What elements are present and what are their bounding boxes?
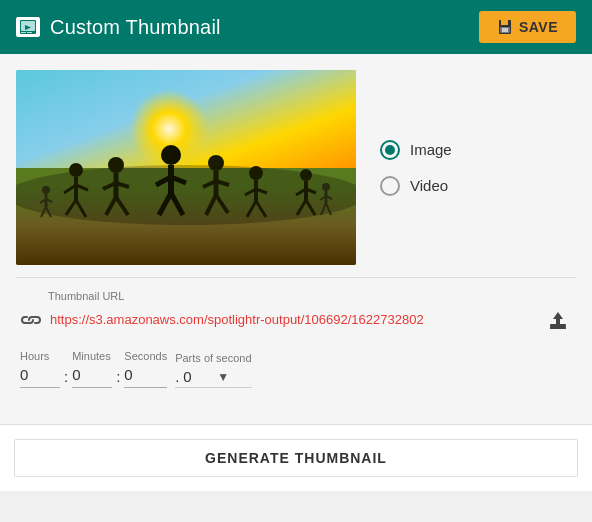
url-label: Thumbnail URL: [48, 290, 572, 302]
seconds-label: Seconds: [124, 350, 167, 362]
svg-point-16: [108, 157, 124, 173]
page-title: Custom Thumbnail: [50, 16, 221, 39]
thumbnail-icon: [16, 17, 40, 37]
parts-dropdown-arrow[interactable]: ▼: [217, 370, 229, 384]
svg-point-46: [42, 186, 50, 194]
hours-label: Hours: [20, 350, 60, 362]
hours-underline: [20, 366, 60, 388]
radio-video-circle: [380, 176, 400, 196]
generate-button[interactable]: GENERATE THUMBNAIL: [14, 439, 578, 477]
svg-rect-8: [502, 28, 508, 32]
upload-icon[interactable]: [544, 306, 572, 334]
hours-field: Hours: [20, 350, 60, 388]
save-icon: [497, 19, 513, 35]
save-label: SAVE: [519, 19, 558, 35]
header-left: Custom Thumbnail: [16, 16, 221, 39]
top-section: Image Video: [16, 70, 576, 265]
minutes-label: Minutes: [72, 350, 112, 362]
svg-rect-3: [21, 32, 26, 33]
svg-point-40: [300, 169, 312, 181]
svg-point-22: [161, 145, 181, 165]
radio-image-circle: [380, 140, 400, 160]
seconds-input[interactable]: [124, 366, 164, 383]
radio-video[interactable]: Video: [380, 176, 452, 196]
minutes-seconds-separator: :: [116, 368, 120, 388]
parts-dot: .: [175, 368, 179, 385]
svg-rect-1: [21, 21, 35, 31]
hours-minutes-separator: :: [64, 368, 68, 388]
minutes-input[interactable]: [72, 366, 112, 383]
radio-image-label: Image: [410, 141, 452, 158]
minutes-underline: [72, 366, 112, 388]
divider: [16, 277, 576, 278]
media-type-group: Image Video: [380, 140, 452, 196]
radio-video-label: Video: [410, 177, 448, 194]
parts-field: Parts of second . ▼: [175, 352, 251, 388]
parts-input[interactable]: [183, 368, 213, 385]
svg-rect-4: [27, 32, 32, 33]
seconds-field: Seconds: [124, 350, 167, 388]
url-section: Thumbnail URL https://s3.amazonaws.com/s…: [16, 290, 576, 334]
hours-input[interactable]: [20, 366, 60, 383]
seconds-underline: [124, 366, 167, 388]
thumbnail-preview: [16, 70, 356, 265]
svg-rect-59: [550, 327, 566, 329]
parts-label: Parts of second: [175, 352, 251, 364]
app-header: Custom Thumbnail SAVE: [0, 0, 592, 54]
svg-point-28: [208, 155, 224, 171]
minutes-field: Minutes: [72, 350, 112, 388]
svg-rect-6: [501, 20, 508, 25]
generate-section: GENERATE THUMBNAIL: [0, 424, 592, 491]
main-content: Image Video Thumbnail URL https://s3.ama…: [0, 54, 592, 424]
svg-point-10: [69, 163, 83, 177]
time-section: Hours : Minutes : Seconds Parts of secon…: [16, 350, 576, 388]
thumbnail-scene: [16, 70, 356, 265]
svg-rect-58: [550, 324, 566, 327]
link-icon: [20, 309, 42, 331]
url-row: https://s3.amazonaws.com/spotlightr-outp…: [20, 306, 572, 334]
svg-point-34: [249, 166, 263, 180]
svg-point-52: [322, 183, 330, 191]
svg-marker-60: [553, 312, 563, 324]
thumbnail-url: https://s3.amazonaws.com/spotlightr-outp…: [50, 312, 536, 329]
radio-image[interactable]: Image: [380, 140, 452, 160]
parts-row: . ▼: [175, 368, 251, 388]
save-button[interactable]: SAVE: [479, 11, 576, 43]
runners-silhouette: [16, 135, 356, 235]
